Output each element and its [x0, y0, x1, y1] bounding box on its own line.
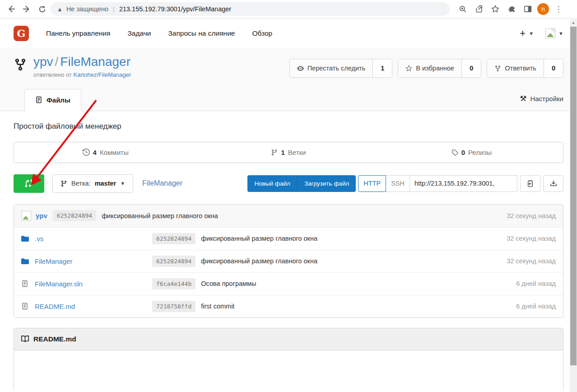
table-row: README.md 7218758ffd first commit 6 дней… [14, 295, 563, 317]
warning-icon: ▲ [57, 6, 63, 13]
scrollbar-thumb[interactable] [570, 27, 577, 365]
entry-name-link[interactable]: FileManager [35, 257, 147, 265]
compare-arrows-icon [25, 179, 33, 187]
stat-branches[interactable]: 1 Ветки [197, 142, 380, 163]
broken-avatar-icon [545, 28, 555, 38]
star-label: В избранное [416, 65, 454, 72]
security-label: Не защищено [66, 5, 108, 13]
compare-button[interactable] [14, 174, 44, 193]
author-avatar-broken-icon [21, 211, 31, 221]
reload-icon[interactable] [35, 2, 49, 16]
gitea-navbar: G Панель управления Задачи Запросы на сл… [0, 19, 577, 48]
entry-hash-badge[interactable]: f6ca4e144b [152, 278, 195, 289]
fork-label-part[interactable]: Ответвить [487, 59, 544, 77]
zoom-icon[interactable] [456, 2, 470, 16]
commit-hash-badge[interactable]: 6252824894 [53, 210, 96, 221]
fork-icon [494, 65, 501, 72]
copy-url-button[interactable] [520, 175, 540, 192]
clone-group: HTTP SSH [358, 175, 563, 192]
caret-down-icon: ▼ [529, 31, 534, 36]
tools-icon: ⚒ [520, 94, 526, 103]
star-label-part[interactable]: В избранное [398, 59, 461, 77]
branch-dropdown[interactable]: Ветка: master ▼ [52, 174, 133, 193]
watch-button[interactable]: Перестать следить 1 [289, 59, 393, 78]
table-row: FileManager 6252824894 фиксированный раз… [14, 250, 563, 272]
star-count[interactable]: 0 [461, 59, 481, 77]
watch-label-part[interactable]: Перестать следить [290, 59, 373, 77]
browser-toolbar: ▲ Не защищено | 213.155.192.79:3001/ypv/… [0, 0, 577, 19]
commit-time: 32 секунд назад [507, 212, 556, 219]
fork-count[interactable]: 0 [544, 59, 563, 77]
star-icon [405, 65, 412, 72]
nav-issues[interactable]: Задачи [127, 29, 151, 37]
stat-commits[interactable]: 4 Коммиты [14, 142, 197, 163]
entry-hash-badge[interactable]: 7218758ffd [152, 301, 195, 312]
commit-author-link[interactable]: ypv [36, 212, 47, 219]
tab-settings[interactable]: ⚒ Настройки [520, 94, 563, 111]
address-bar[interactable]: ▲ Не защищено | 213.155.192.79:3001/ypv/… [51, 2, 450, 16]
ssh-button[interactable]: SSH [386, 175, 410, 192]
entry-commit-message[interactable]: фиксированный размер главного окна [201, 235, 317, 242]
watch-label: Перестать следить [307, 65, 366, 72]
repo-owner-link[interactable]: ypv [33, 55, 53, 69]
extensions-icon[interactable] [505, 2, 518, 16]
new-file-button[interactable]: Новый файл [247, 175, 297, 192]
upload-file-button[interactable]: Загрузить файл [297, 175, 356, 192]
entry-name-link[interactable]: FileManager.sln [35, 280, 147, 288]
http-button[interactable]: HTTP [358, 175, 386, 192]
entry-commit-message[interactable]: фиксированный размер главного окна [201, 257, 317, 265]
forward-icon[interactable] [20, 2, 33, 16]
address-url: 213.155.192.79:3001/ypv/FileManager [119, 5, 231, 13]
tab-files[interactable]: Файлы [24, 89, 81, 111]
star-button[interactable]: В избранное 0 [398, 59, 481, 78]
plus-icon: + [520, 28, 526, 38]
bookmark-star-icon[interactable] [489, 2, 502, 16]
folder-icon [21, 257, 29, 265]
clone-url-input[interactable] [410, 175, 517, 192]
browser-profile-avatar[interactable]: n [537, 3, 549, 15]
commits-count: 4 [93, 149, 97, 156]
page-scrollbar[interactable]: ▲ [570, 19, 577, 392]
entry-hash-badge[interactable]: 6252824894 [152, 256, 195, 267]
entry-time: 6 дней назад [516, 280, 556, 287]
browser-menu-icon[interactable]: ⋮ [552, 2, 565, 16]
entry-commit-message[interactable]: first commit [201, 303, 234, 310]
entry-name-link[interactable]: .vs [35, 235, 147, 243]
nav-pull-requests[interactable]: Запросы на слияние [168, 29, 235, 37]
stat-releases[interactable]: 0 Релизы [380, 142, 563, 163]
branch-label: Ветка: [71, 180, 91, 187]
caret-down-icon: ▼ [120, 181, 125, 186]
entry-hash-badge[interactable]: 6252824894 [152, 233, 195, 244]
book-icon [21, 335, 29, 343]
fork-source-link[interactable]: Kartohez/FileManager [73, 71, 131, 78]
watch-count[interactable]: 1 [372, 59, 392, 77]
branches-count: 1 [281, 149, 284, 156]
table-row: FileManager.sln f6ca4e144b Осова програм… [14, 272, 563, 295]
share-icon[interactable] [472, 2, 486, 16]
clipboard-icon [526, 180, 534, 187]
repo-name-link[interactable]: FileManager [60, 55, 130, 69]
file-tab-icon [35, 96, 42, 103]
entry-name-link[interactable]: README.md [35, 303, 147, 310]
stats-bar: 4 Коммиты 1 Ветки 0 Релизы [14, 142, 563, 163]
entry-commit-message[interactable]: Осова программы [201, 280, 256, 287]
download-button[interactable] [543, 175, 563, 192]
nav-explore[interactable]: Обзор [252, 29, 272, 37]
side-panel-icon[interactable] [521, 2, 535, 16]
fork-button[interactable]: Ответвить 0 [487, 59, 563, 78]
file-action-group: Новый файл Загрузить файл [247, 175, 356, 192]
user-menu[interactable]: ▼ [545, 28, 563, 38]
gitea-logo[interactable]: G [14, 26, 29, 41]
file-table: ypv 6252824894 фиксированный размер глав… [14, 204, 563, 318]
tag-icon [451, 149, 458, 156]
back-icon[interactable] [5, 2, 18, 16]
folder-icon [21, 235, 29, 243]
commit-message[interactable]: фиксированный размер главного окна [102, 212, 218, 219]
breadcrumb-repo-link[interactable]: FileManager [142, 179, 182, 187]
create-new-menu[interactable]: + ▼ [520, 28, 534, 38]
nav-dashboard[interactable]: Панель управления [46, 29, 110, 37]
forked-from-label: ответвлено от [33, 71, 72, 78]
scrollbar-up-arrow[interactable]: ▲ [570, 19, 577, 26]
file-icon [21, 303, 29, 310]
repo-description: Простой файловый менеджер [14, 122, 563, 131]
